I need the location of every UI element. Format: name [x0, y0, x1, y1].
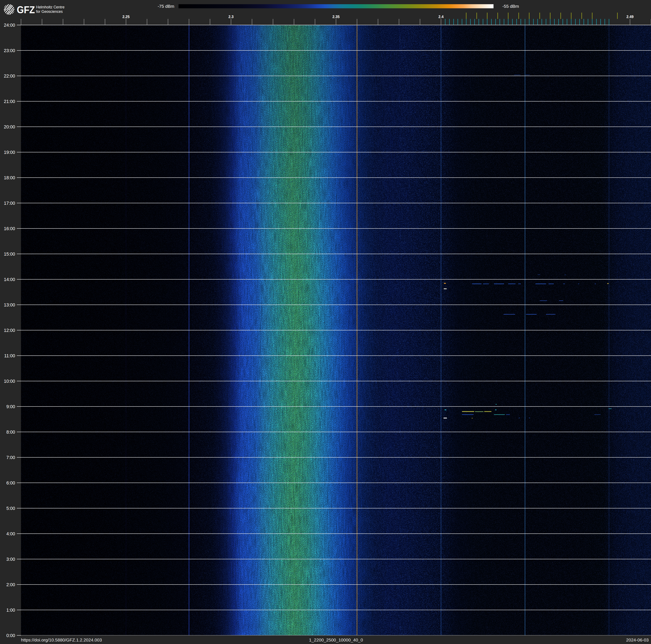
svg-text:23:00: 23:00 — [4, 48, 15, 53]
svg-text:2.49: 2.49 — [626, 15, 633, 19]
svg-text:1:00: 1:00 — [6, 608, 15, 613]
svg-text:GFZ: GFZ — [17, 4, 35, 16]
svg-text:15:00: 15:00 — [4, 252, 15, 257]
svg-text:0:00: 0:00 — [6, 633, 15, 638]
svg-text:8:00: 8:00 — [6, 430, 15, 435]
svg-text:9:00: 9:00 — [6, 404, 15, 409]
svg-text:20:00: 20:00 — [4, 124, 15, 129]
svg-text:6:00: 6:00 — [6, 480, 15, 486]
svg-text:13:00: 13:00 — [4, 302, 15, 308]
svg-text:11:00: 11:00 — [4, 353, 15, 358]
svg-text:14:00: 14:00 — [4, 277, 15, 282]
svg-text:22:00: 22:00 — [4, 74, 15, 79]
svg-text:1_2200_2500_10000_40_0: 1_2200_2500_10000_40_0 — [309, 638, 363, 643]
svg-text:2:00: 2:00 — [6, 582, 15, 587]
svg-text:2.25: 2.25 — [122, 15, 130, 19]
svg-text:2.3: 2.3 — [228, 15, 234, 19]
svg-text:10:00: 10:00 — [4, 379, 15, 384]
svg-text:2024-06-03: 2024-06-03 — [626, 638, 649, 642]
svg-text:2.35: 2.35 — [333, 15, 340, 19]
svg-text:18:00: 18:00 — [4, 175, 15, 180]
svg-text:21:00: 21:00 — [4, 99, 15, 104]
svg-text:19:00: 19:00 — [4, 150, 15, 155]
svg-text:-55 dBm: -55 dBm — [502, 4, 519, 9]
svg-text:16:00: 16:00 — [4, 226, 15, 231]
svg-text:2.4: 2.4 — [438, 15, 444, 19]
svg-text:7:00: 7:00 — [6, 455, 15, 460]
svg-text:3:00: 3:00 — [6, 557, 15, 562]
svg-text:-75 dBm: -75 dBm — [158, 4, 174, 9]
svg-text:17:00: 17:00 — [4, 201, 15, 206]
svg-text:12:00: 12:00 — [4, 328, 15, 333]
svg-text:Helmholtz Centre: Helmholtz Centre — [36, 5, 64, 9]
svg-text:for Geosciences: for Geosciences — [36, 9, 63, 14]
svg-text:4:00: 4:00 — [6, 531, 15, 536]
svg-text:5:00: 5:00 — [6, 506, 15, 511]
svg-text:24:00: 24:00 — [4, 23, 15, 28]
svg-text:https://doi.org/10.5880/GFZ.1.: https://doi.org/10.5880/GFZ.1.2.2024.003 — [21, 638, 102, 642]
